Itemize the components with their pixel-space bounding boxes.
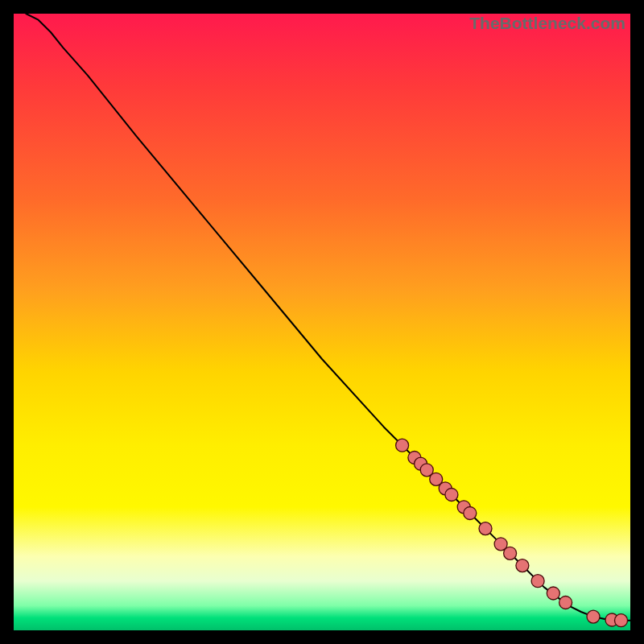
marker-point — [479, 522, 492, 535]
chart-frame: TheBottleneck.com — [0, 0, 644, 644]
marker-point — [615, 614, 628, 627]
marker-point — [587, 610, 600, 623]
plot-area: TheBottleneck.com — [14, 14, 630, 630]
marker-point — [396, 439, 409, 452]
marker-point — [504, 547, 517, 559]
series-curve — [26, 14, 630, 621]
marker-point — [559, 597, 572, 609]
chart-overlay — [14, 14, 630, 630]
marker-point — [531, 575, 544, 588]
series-markers — [396, 439, 628, 627]
marker-point — [464, 507, 477, 520]
marker-point — [445, 489, 458, 502]
marker-point — [516, 559, 529, 572]
marker-point — [547, 587, 559, 600]
